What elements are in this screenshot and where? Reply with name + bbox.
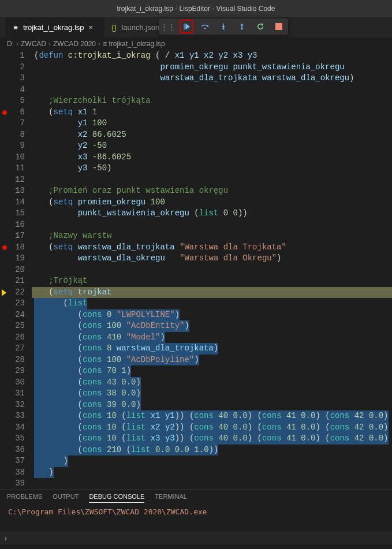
panel-terminal[interactable]: TERMINAL — [155, 493, 187, 503]
svg-point-1 — [223, 28, 225, 29]
debug-console[interactable]: C:\Program Files\ZWSOFT\ZWCAD 2020\ZWCAD… — [0, 503, 392, 532]
code-editor[interactable]: 1234567891011121314151617181920212223242… — [0, 50, 392, 489]
statusbar: › — [0, 532, 392, 544]
panel-output[interactable]: OUTPUT — [53, 493, 79, 503]
svg-rect-3 — [275, 23, 282, 30]
restart-button[interactable] — [253, 20, 267, 33]
breadcrumb[interactable]: D:› ZWCAD› ZWCAD 2020› ≡ trojkat_i_okrag… — [0, 38, 392, 50]
code-body[interactable]: (defun c:trojkat_i_okrag ( / x1 y1 x2 y2… — [32, 50, 392, 489]
svg-point-2 — [241, 28, 243, 29]
status-input-prompt[interactable]: › — [5, 535, 7, 543]
titlebar: trojkat_i_okrag.lsp - LispEditor - Visua… — [0, 0, 392, 17]
step-out-button[interactable] — [235, 20, 249, 33]
panel-problems[interactable]: PROBLEMS — [7, 493, 42, 503]
json-icon: {} — [110, 24, 118, 32]
breadcrumb-seg[interactable]: ≡ trojkat_i_okrag.lsp — [103, 40, 165, 48]
debug-toolbar: ⋮⋮ — [159, 18, 288, 35]
breadcrumb-seg[interactable]: ZWCAD 2020 — [53, 40, 96, 48]
continue-button[interactable] — [180, 20, 193, 33]
breadcrumb-seg[interactable]: D: — [7, 40, 14, 48]
tab-label: launch.json — [122, 23, 160, 32]
tab-label: trojkat_i_okrag.lsp — [23, 23, 84, 32]
step-into-button[interactable] — [216, 20, 230, 33]
editor-tabs: ≡ trojkat_i_okrag.lsp × {} launch.json ⋮… — [0, 17, 392, 38]
close-icon[interactable]: × — [89, 23, 98, 32]
grip-icon[interactable]: ⋮⋮ — [161, 20, 175, 33]
stop-button[interactable] — [272, 20, 286, 33]
svg-point-0 — [204, 28, 206, 29]
window-title: trojkat_i_okrag.lsp - LispEditor - Visua… — [117, 5, 275, 13]
step-over-button[interactable] — [198, 20, 212, 33]
panel-debug-console[interactable]: DEBUG CONSOLE — [89, 493, 144, 503]
console-line: C:\Program Files\ZWSOFT\ZWCAD 2020\ZWCAD… — [8, 507, 207, 516]
tab-trojkat[interactable]: ≡ trojkat_i_okrag.lsp × — [6, 17, 104, 38]
panel-tabs: PROBLEMS OUTPUT DEBUG CONSOLE TERMINAL — [0, 489, 392, 503]
tab-launch[interactable]: {} launch.json — [104, 17, 166, 38]
line-gutter[interactable]: 1234567891011121314151617181920212223242… — [0, 50, 32, 489]
breadcrumb-seg[interactable]: ZWCAD — [21, 40, 46, 48]
file-icon: ≡ — [12, 24, 20, 32]
